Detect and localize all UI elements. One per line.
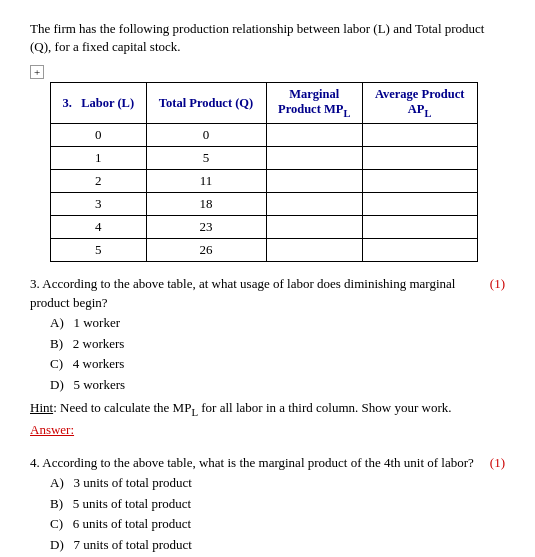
options-list: A) 3 units of total productB) 5 units of… [50, 473, 505, 556]
option-label: A) [50, 475, 64, 490]
option-label: A) [50, 315, 64, 330]
cell-labor: 0 [51, 123, 147, 146]
option-label: B) [50, 336, 63, 351]
question-number: 3. [30, 276, 40, 291]
cell-average [362, 215, 477, 238]
cell-marginal [266, 123, 362, 146]
cell-labor: 4 [51, 215, 147, 238]
cell-total-product: 11 [146, 169, 266, 192]
option: C) 4 workers [50, 354, 505, 375]
intro-text: The firm has the following production re… [30, 20, 505, 56]
cell-labor: 3 [51, 192, 147, 215]
cell-marginal [266, 238, 362, 261]
cell-average [362, 146, 477, 169]
table-row: 1 5 [51, 146, 478, 169]
cell-average [362, 123, 477, 146]
cell-marginal [266, 169, 362, 192]
cell-average [362, 192, 477, 215]
col-header-average: Average ProductAPL [362, 83, 477, 124]
table-row: 2 11 [51, 169, 478, 192]
option: B) 5 units of total product [50, 494, 505, 515]
question-3: 3. According to the above table, at what… [30, 274, 505, 440]
option-label: C) [50, 516, 63, 531]
question-body: 4. According to the above table, what is… [30, 453, 480, 473]
hint-text: Hint: Need to calculate the MPL for all … [30, 398, 505, 420]
cell-labor: 2 [51, 169, 147, 192]
question-points: (1) [490, 274, 505, 294]
answer-link[interactable]: Answer: [30, 420, 505, 440]
cell-marginal [266, 192, 362, 215]
option-label: D) [50, 377, 64, 392]
table-row: 4 23 [51, 215, 478, 238]
col-header-labor: 3. Labor (L) [51, 83, 147, 124]
cell-total-product: 23 [146, 215, 266, 238]
cell-labor: 1 [51, 146, 147, 169]
table-container: + 3. Labor (L) Total Product (Q) Margina… [30, 64, 505, 262]
cell-total-product: 26 [146, 238, 266, 261]
option-label: D) [50, 537, 64, 552]
question-number: 4. [30, 455, 40, 470]
expand-button[interactable]: + [30, 65, 44, 79]
option: B) 2 workers [50, 334, 505, 355]
table-row: 3 18 [51, 192, 478, 215]
option: A) 1 worker [50, 313, 505, 334]
table-row: 0 0 [51, 123, 478, 146]
cell-average [362, 238, 477, 261]
cell-marginal [266, 146, 362, 169]
question-header: 3. According to the above table, at what… [30, 274, 505, 313]
question-body: 3. According to the above table, at what… [30, 274, 480, 313]
col-header-total-product: Total Product (Q) [146, 83, 266, 124]
col-header-marginal: MarginalProduct MPL [266, 83, 362, 124]
cell-average [362, 169, 477, 192]
table-row: 5 26 [51, 238, 478, 261]
question-header: 4. According to the above table, what is… [30, 453, 505, 473]
questions-section: 3. According to the above table, at what… [30, 274, 505, 557]
option: C) 6 units of total product [50, 514, 505, 535]
question-content: According to the above table, at what us… [30, 276, 455, 311]
question-points: (1) [490, 453, 505, 473]
cell-total-product: 0 [146, 123, 266, 146]
option-label: B) [50, 496, 63, 511]
option-label: C) [50, 356, 63, 371]
options-list: A) 1 workerB) 2 workersC) 4 workersD) 5 … [50, 313, 505, 396]
cell-labor: 5 [51, 238, 147, 261]
option: D) 7 units of total product [50, 535, 505, 556]
option: D) 5 workers [50, 375, 505, 396]
question-content: According to the above table, what is th… [42, 455, 474, 470]
cell-total-product: 5 [146, 146, 266, 169]
cell-total-product: 18 [146, 192, 266, 215]
cell-marginal [266, 215, 362, 238]
question-4: 4. According to the above table, what is… [30, 453, 505, 557]
option: A) 3 units of total product [50, 473, 505, 494]
production-table: 3. Labor (L) Total Product (Q) MarginalP… [50, 82, 478, 262]
